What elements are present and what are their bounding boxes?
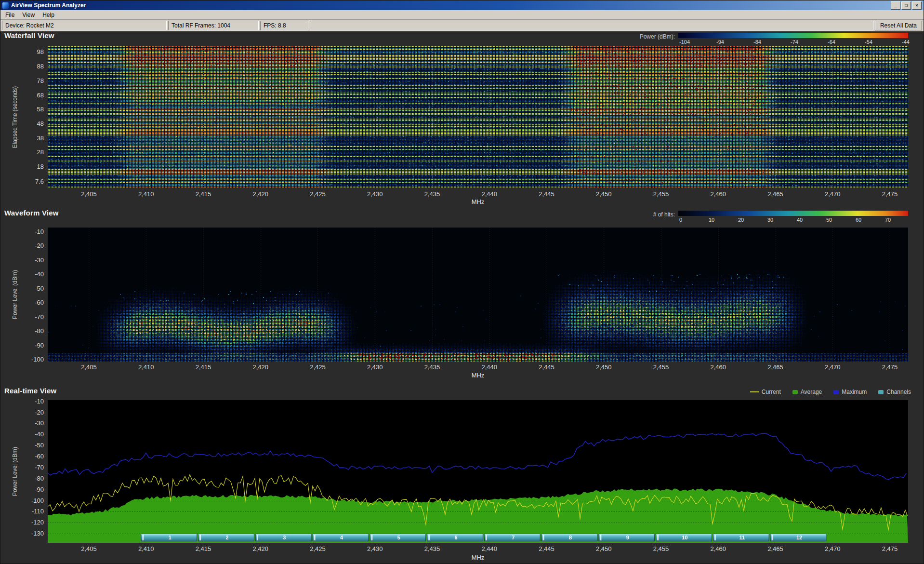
- x-tick-label: 2,475: [875, 363, 904, 371]
- x-tick-label: 2,445: [532, 545, 561, 552]
- x-tick-label: 2,405: [75, 190, 104, 198]
- y-tick-label: -10: [35, 228, 44, 235]
- x-tick-label: 2,405: [75, 545, 104, 552]
- colorbar-tick-label: -94: [716, 39, 724, 45]
- y-tick-label: 7.6: [35, 178, 44, 185]
- x-tick-label: 2,420: [246, 190, 275, 198]
- x-tick-label: 2,415: [189, 363, 218, 371]
- menu-help[interactable]: Help: [39, 11, 58, 19]
- status-spacer: [310, 21, 873, 30]
- y-tick-label: -60: [35, 299, 44, 306]
- y-tick-label: 58: [37, 106, 44, 113]
- y-tick-label: -60: [35, 453, 44, 460]
- realtime-xlabel: MHz: [48, 554, 908, 561]
- statusbar: Device: Rocket M2 Total RF Frames: 1004 …: [0, 20, 924, 31]
- hits-colorbar: [678, 211, 908, 216]
- legend-item-maximum: Maximum: [833, 389, 867, 395]
- y-tick-label: 78: [37, 77, 44, 84]
- y-tick-label: 28: [37, 148, 44, 156]
- y-tick-label: -80: [35, 327, 44, 335]
- y-tick-label: -20: [35, 409, 44, 416]
- y-tick-label: -30: [35, 419, 44, 427]
- power-colorbar-label: Power (dBm):: [621, 33, 675, 40]
- x-tick-label: 2,450: [589, 545, 618, 552]
- realtime-plot: [48, 400, 908, 543]
- realtime-section-title: Real-time View: [4, 387, 56, 395]
- menu-file[interactable]: File: [1, 11, 18, 19]
- legend-item-channels: Channels: [878, 389, 911, 395]
- waveform-xticks: 2,4052,4102,4152,4202,4252,4302,4352,440…: [48, 363, 908, 371]
- y-tick-label: -90: [35, 486, 44, 493]
- device-panel: Device: Rocket M2: [2, 21, 167, 30]
- colorbar-tick-label: 60: [856, 217, 861, 223]
- colorbar-tick-label: 50: [826, 217, 832, 223]
- window-controls: _ ❐ ✕: [891, 1, 922, 10]
- y-tick-label: -40: [35, 430, 44, 438]
- x-tick-label: 2,440: [475, 190, 504, 198]
- y-tick-label: 18: [37, 163, 44, 170]
- legend-item-average: Average: [792, 389, 822, 395]
- y-tick-label: 48: [37, 120, 44, 127]
- x-tick-label: 2,455: [647, 545, 675, 552]
- hits-colorbar-label: # of hits:: [621, 211, 675, 218]
- app-icon: [2, 2, 9, 9]
- x-tick-label: 2,450: [589, 363, 618, 371]
- waveform-plot: [48, 228, 908, 362]
- x-tick-label: 2,415: [189, 545, 218, 552]
- colorbar-tick-label: -104: [679, 39, 690, 45]
- window-title: AirView Spectrum Analyzer: [11, 2, 891, 9]
- colorbar-tick-label: -84: [753, 39, 761, 45]
- x-tick-label: 2,410: [132, 363, 160, 371]
- x-tick-label: 2,440: [475, 545, 504, 552]
- x-tick-label: 2,475: [875, 545, 904, 552]
- x-tick-label: 2,425: [304, 190, 332, 198]
- x-tick-label: 2,420: [246, 545, 275, 552]
- x-tick-label: 2,410: [132, 545, 160, 552]
- channels-swatch: [878, 390, 884, 394]
- x-tick-label: 2,460: [704, 545, 733, 552]
- waveform-section-title: Waveform View: [4, 209, 59, 217]
- close-button[interactable]: ✕: [912, 1, 922, 10]
- x-tick-label: 2,470: [818, 363, 847, 371]
- x-tick-label: 2,435: [418, 190, 447, 198]
- x-tick-label: 2,445: [532, 190, 561, 198]
- waterfall-yticks: 9888786858483828187.6: [20, 46, 46, 188]
- average-swatch: [792, 390, 798, 394]
- titlebar: AirView Spectrum Analyzer _ ❐ ✕: [0, 0, 924, 10]
- realtime-xticks: 2,4052,4102,4152,4202,4252,4302,4352,440…: [48, 545, 908, 553]
- x-tick-label: 2,425: [304, 545, 332, 552]
- realtime-legend: Current Average Maximum Channels: [750, 389, 911, 395]
- fps-panel: FPS: 8.8: [260, 21, 308, 30]
- x-tick-label: 2,440: [475, 363, 504, 371]
- maximize-button[interactable]: ❐: [901, 1, 911, 10]
- x-tick-label: 2,470: [818, 190, 847, 198]
- x-tick-label: 2,460: [704, 190, 733, 198]
- legend-item-current: Current: [750, 389, 781, 395]
- realtime-ylabel: Power Level (dBm): [12, 447, 18, 496]
- reset-all-data-button[interactable]: Reset All Data: [875, 21, 922, 30]
- x-tick-label: 2,430: [360, 363, 389, 371]
- y-tick-label: -120: [31, 519, 44, 526]
- colorbar-tick-label: 20: [738, 217, 744, 223]
- maximum-swatch: [833, 390, 839, 394]
- colorbar-tick-label: 30: [767, 217, 773, 223]
- legend-label-channels: Channels: [886, 389, 911, 395]
- y-tick-label: -20: [35, 242, 44, 249]
- minimize-button[interactable]: _: [891, 1, 900, 10]
- power-colorbar-ticks: -104-94-84-74-64-54-44: [678, 39, 908, 45]
- legend-label-current: Current: [762, 389, 781, 395]
- y-tick-label: -130: [31, 530, 44, 537]
- y-tick-label: 88: [37, 63, 44, 70]
- hits-colorbar-ticks: 010203040506070: [678, 217, 908, 223]
- y-tick-label: -70: [35, 313, 44, 321]
- y-tick-label: 68: [37, 92, 44, 99]
- x-tick-label: 2,455: [647, 363, 675, 371]
- y-tick-label: -80: [35, 475, 44, 482]
- menu-view[interactable]: View: [18, 11, 39, 19]
- colorbar-tick-label: -54: [865, 39, 872, 45]
- y-tick-label: 98: [37, 48, 44, 55]
- x-tick-label: 2,425: [304, 363, 332, 371]
- power-colorbar: [678, 33, 908, 38]
- colorbar-tick-label: 0: [679, 217, 682, 223]
- colorbar-tick-label: -74: [791, 39, 798, 45]
